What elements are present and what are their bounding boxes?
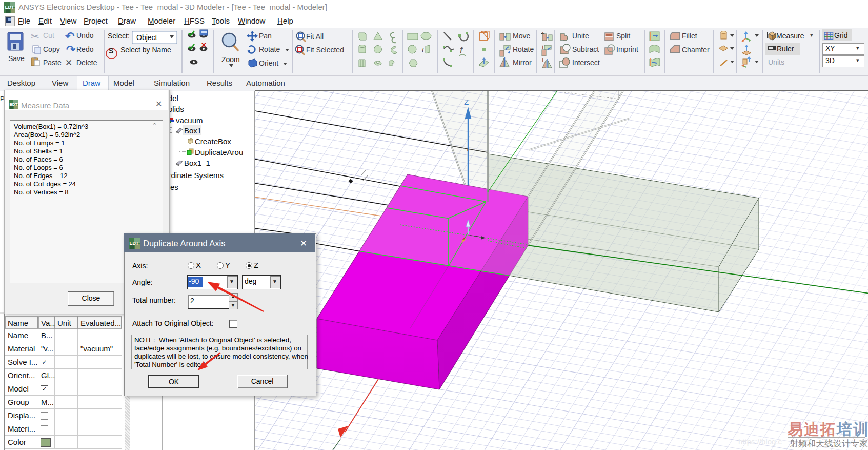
svg-text:f: f	[460, 45, 463, 55]
svg-text:射频和天线设计专家: 射频和天线设计专家	[790, 439, 868, 448]
svg-text:f: f	[422, 46, 425, 54]
svg-text:EDT: EDT	[130, 241, 139, 246]
svg-text:Z: Z	[464, 97, 469, 106]
svg-text:+: +	[541, 56, 545, 64]
svg-text:S: S	[109, 47, 113, 55]
svg-text:✕: ✕	[201, 41, 207, 49]
svg-text:Fit All: Fit All	[306, 32, 324, 41]
svg-text:↷: ↷	[66, 43, 76, 56]
svg-text:Fit Selected: Fit Selected	[306, 46, 344, 54]
svg-text:↶: ↶	[65, 30, 74, 43]
svg-text:https://blog.c: https://blog.c	[738, 437, 782, 446]
svg-text:EDT: EDT	[10, 102, 18, 107]
svg-text:EDT: EDT	[5, 5, 15, 10]
svg-text:Object: Object	[136, 33, 157, 42]
svg-text:易迪拓培训: 易迪拓培训	[787, 421, 868, 438]
svg-text:✕: ✕	[65, 58, 72, 68]
svg-text:✂: ✂	[31, 31, 39, 42]
